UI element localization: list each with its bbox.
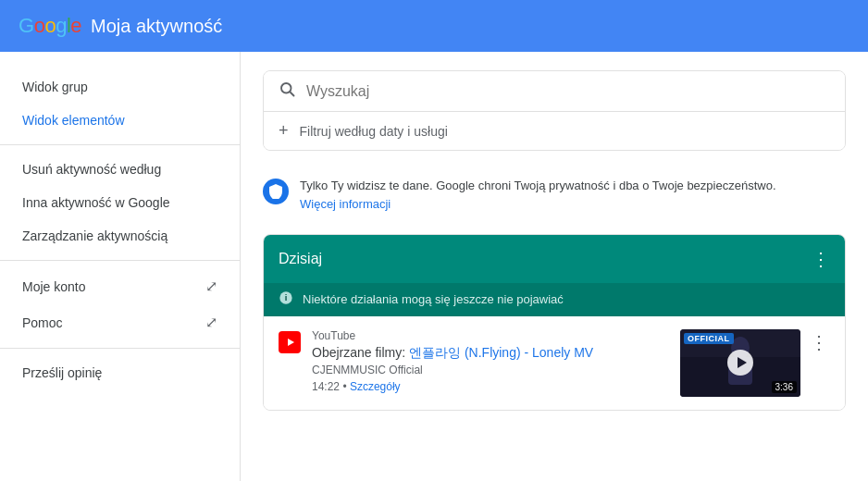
privacy-more-link[interactable]: Więcej informacji (300, 197, 391, 211)
logo-letter-e: e (70, 14, 81, 37)
google-logo: Google (19, 14, 81, 38)
privacy-notice: Tylko Ty widzisz te dane. Google chroni … (263, 166, 846, 223)
video-thumbnail[interactable]: OFFICIAL 3:36 (680, 329, 800, 397)
sidebar-item-delete-activity[interactable]: Usuń aktywność według (0, 153, 240, 186)
day-notice-text: Niektóre działania mogą się jeszcze nie … (303, 292, 564, 306)
search-filter-wrapper: + Filtruj według daty i usługi (263, 70, 846, 151)
activity-service: YouTube (312, 329, 593, 342)
sidebar-item-my-account[interactable]: Moje konto ⤢ (0, 268, 240, 304)
sidebar-item-other-activity[interactable]: Inna aktywność w Google (0, 186, 240, 219)
svg-text:i: i (285, 293, 288, 302)
activity-content: YouTube Obejrzane filmy: 엔플라잉 (N.Flying)… (312, 329, 593, 394)
activity-title: Obejrzane filmy: 엔플라잉 (N.Flying) - Lonel… (312, 344, 593, 363)
svg-line-1 (291, 92, 294, 96)
sidebar-divider-3 (0, 348, 240, 349)
activity-item: YouTube Obejrzane filmy: 엔플라잉 (N.Flying)… (264, 316, 845, 410)
sidebar-item-help[interactable]: Pomoc ⤢ (0, 304, 240, 340)
activity-details-link[interactable]: Szczegóły (350, 380, 401, 393)
day-more-icon[interactable]: ⋮ (812, 248, 830, 270)
search-input[interactable] (306, 83, 830, 100)
activity-right: OFFICIAL 3:36 ⋮ (680, 329, 830, 397)
day-header: Dzisiaj ⋮ (264, 235, 845, 283)
activity-action-label: Obejrzane filmy: (312, 345, 405, 360)
sidebar: Widok grup Widok elementów Usuń aktywnoś… (0, 52, 241, 481)
page-title: Moja aktywność (91, 16, 222, 37)
main-layout: Widok grup Widok elementów Usuń aktywnoś… (0, 52, 868, 481)
search-icon (279, 80, 295, 102)
privacy-text: Tylko Ty widzisz te dane. Google chroni … (300, 179, 776, 192)
play-button[interactable] (727, 350, 753, 376)
day-notice: i Niektóre działania mogą się jeszcze ni… (264, 283, 845, 316)
svg-point-0 (281, 83, 291, 93)
main-content: + Filtruj według daty i usługi Tylko Ty … (241, 52, 868, 481)
shield-icon (263, 179, 289, 204)
activity-separator: • (342, 380, 350, 393)
external-link-icon: ⤢ (205, 278, 217, 295)
day-card: Dzisiaj ⋮ i Niektóre działania mogą się … (263, 234, 846, 411)
activity-left: YouTube Obejrzane filmy: 엔플라잉 (N.Flying)… (279, 329, 680, 394)
activity-more-icon[interactable]: ⋮ (808, 329, 830, 355)
youtube-icon (279, 331, 301, 353)
logo-letter-g: G (19, 14, 34, 37)
search-bar (264, 71, 845, 112)
logo-letter-o2: o (44, 14, 56, 37)
logo-letter-o1: o (34, 14, 45, 37)
sidebar-item-manage-activity[interactable]: Zarządzanie aktywnością (0, 219, 240, 253)
info-icon: i (279, 290, 293, 309)
sidebar-item-send-feedback[interactable]: Prześlij opinię (0, 356, 240, 389)
activity-channel: CJENMMUSIC Official (312, 364, 593, 376)
activity-video-link[interactable]: 엔플라잉 (N.Flying) - Lonely MV (409, 345, 593, 360)
filter-label: Filtruj według daty i usługi (300, 124, 448, 139)
activity-meta: 14:22 • Szczegóły (312, 380, 593, 393)
activity-time: 14:22 (312, 380, 340, 393)
filter-plus-icon: + (279, 121, 289, 141)
sidebar-divider-2 (0, 260, 240, 261)
official-badge: OFFICIAL (684, 333, 734, 344)
sidebar-divider-1 (0, 144, 240, 145)
privacy-text-block: Tylko Ty widzisz te dane. Google chroni … (300, 177, 776, 212)
logo-letter-g2: g (56, 14, 67, 37)
sidebar-item-elements-view[interactable]: Widok elementów (0, 104, 240, 137)
sidebar-item-group-view[interactable]: Widok grup (0, 70, 240, 104)
day-title: Dzisiaj (279, 251, 322, 267)
external-link-icon-help: ⤢ (205, 314, 217, 331)
app-header: Google Moja aktywność (0, 0, 868, 52)
duration-badge: 3:36 (772, 381, 797, 393)
filter-bar[interactable]: + Filtruj według daty i usługi (264, 112, 845, 150)
